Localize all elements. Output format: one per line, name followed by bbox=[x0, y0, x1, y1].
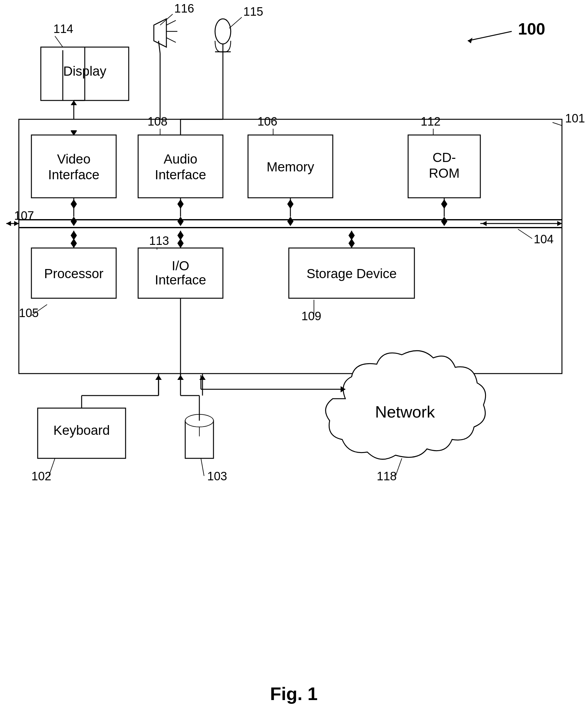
svg-line-52 bbox=[201, 458, 204, 476]
svg-marker-63 bbox=[155, 375, 162, 380]
svg-line-0 bbox=[468, 32, 512, 41]
ref-115: 115 bbox=[243, 5, 263, 18]
audio-interface-label1: Audio bbox=[164, 152, 197, 166]
ref-108: 108 bbox=[148, 115, 167, 128]
ref-112: 112 bbox=[421, 115, 440, 128]
ref-114: 114 bbox=[54, 22, 73, 36]
video-interface-label1: Video bbox=[57, 152, 91, 166]
io-label1: I/O bbox=[172, 258, 189, 273]
svg-line-2 bbox=[55, 36, 63, 47]
memory-label: Memory bbox=[267, 160, 314, 174]
figure-caption: Fig. 1 bbox=[270, 683, 317, 704]
video-interface-label2: Interface bbox=[48, 167, 99, 182]
ref-106: 106 bbox=[257, 115, 277, 128]
processor-label: Processor bbox=[44, 266, 103, 281]
storage-device-label: Storage Device bbox=[307, 266, 397, 281]
ref-101: 101 bbox=[565, 112, 585, 125]
ref-116: 116 bbox=[174, 2, 194, 15]
svg-marker-1 bbox=[468, 38, 472, 43]
video-display-arrow bbox=[71, 101, 77, 105]
speaker-symbol bbox=[154, 19, 166, 47]
svg-line-3 bbox=[166, 20, 176, 25]
svg-line-9 bbox=[229, 17, 242, 28]
ref-102: 102 bbox=[31, 470, 51, 483]
ref-105: 105 bbox=[19, 306, 39, 319]
figure-number: 100 bbox=[518, 20, 545, 38]
keyboard-text: Keyboard bbox=[54, 423, 110, 438]
network-label: Network bbox=[375, 403, 436, 421]
svg-line-46 bbox=[49, 458, 55, 477]
patent-diagram: 100 Display 114 116 115 101 Vid bbox=[0, 0, 588, 728]
ref-113: 113 bbox=[149, 234, 169, 247]
io-label2: Interface bbox=[155, 272, 206, 287]
ref-104: 104 bbox=[534, 233, 553, 246]
svg-line-56 bbox=[396, 458, 402, 476]
ref-103: 103 bbox=[207, 470, 227, 483]
bus-left-arrow bbox=[6, 221, 11, 226]
svg-line-42 bbox=[159, 41, 160, 54]
svg-marker-64 bbox=[177, 375, 184, 380]
cdrom-label1: CD- bbox=[433, 150, 456, 165]
audio-interface-label2: Interface bbox=[155, 167, 206, 182]
io-arrow3 bbox=[200, 375, 206, 380]
ref-118: 118 bbox=[377, 470, 397, 483]
svg-line-5 bbox=[166, 38, 176, 42]
ref-109: 109 bbox=[301, 310, 321, 323]
microphone-symbol bbox=[215, 19, 231, 44]
cdrom-label2: ROM bbox=[429, 166, 460, 181]
